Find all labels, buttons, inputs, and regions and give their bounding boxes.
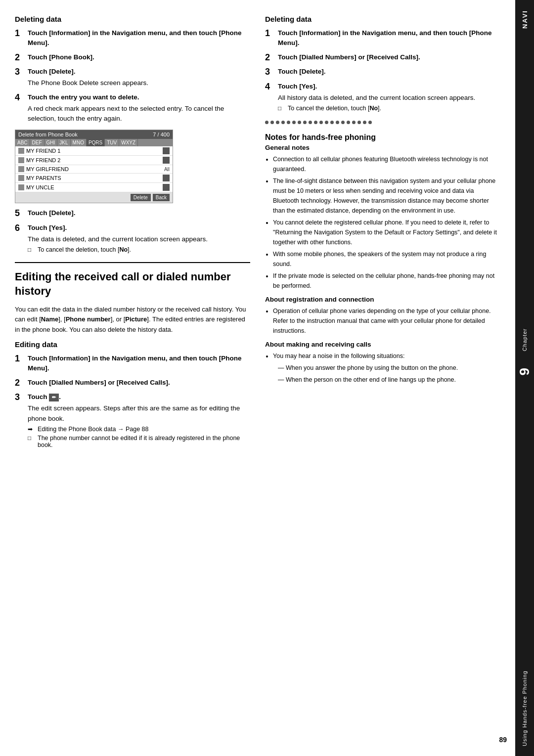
general-note-1: Connection to all cellular phones featur…	[273, 154, 500, 174]
step-number-4: 4	[15, 92, 25, 103]
pb-row-1: MY FRIEND 1	[15, 146, 173, 156]
left-step-list-2: 5 Touch [Delete]. 6 Touch [Yes]. The dat…	[15, 208, 250, 253]
left-deleting-heading: Deleting data	[15, 15, 250, 23]
dot-10	[314, 121, 317, 124]
checkbox-icon-left: □	[28, 246, 35, 253]
right-step-4: 4 Touch [Yes]. All history data is delet…	[265, 82, 500, 112]
step-item-1: 1 Touch [Information] in the Navigation …	[15, 28, 250, 48]
right-arrow-icon: ➡	[28, 426, 35, 433]
right-step-number-3: 3	[265, 67, 275, 78]
edit-step-text-3: Touch ✏.	[28, 392, 250, 402]
calls-note-3: — When the person on the other end of li…	[273, 375, 500, 385]
right-deleting-heading: Deleting data	[265, 15, 500, 23]
pb-tabs: ABC DEF GHI JKL MNO PQRS TUV WXYZ	[15, 139, 173, 146]
editing-section: Editing data 1 Touch [Information] in th…	[15, 340, 250, 448]
pb-row-name-5: MY UNCLE	[26, 184, 163, 190]
step-content-4: Touch the entry you want to delete. A re…	[28, 92, 250, 124]
pb-header: Delete from Phone Book 7 / 400	[15, 130, 173, 139]
cancel-note-left: □ To cancel the deletion, touch [No].	[28, 246, 250, 253]
dot-7	[298, 121, 301, 124]
phonebook-image: Delete from Phone Book 7 / 400 ABC DEF G…	[15, 130, 173, 203]
edit-step-1: 1 Touch [Information] in the Navigation …	[15, 354, 250, 374]
edit-step-content-1: Touch [Information] in the Navigation me…	[28, 354, 250, 374]
pb-row-icon-2	[18, 157, 24, 163]
edit-icon: ✏	[49, 394, 59, 401]
edit-step-2: 2 Touch [Dialled Numbers] or [Received C…	[15, 378, 250, 389]
dot-1	[265, 121, 268, 124]
pb-row-2: MY FRIEND 2	[15, 156, 173, 165]
right-step-content-2: Touch [Dialled Numbers] or [Received Cal…	[278, 52, 500, 62]
editing-heading: Editing data	[15, 340, 250, 349]
right-step-number-2: 2	[265, 52, 275, 63]
step-number-5: 5	[15, 208, 25, 219]
right-deleting-section: Deleting data 1 Touch [Information] in t…	[265, 15, 500, 112]
calls-heading: About making and receiving calls	[265, 341, 500, 348]
edit-step-content-3: Touch ✏. The edit screen appears. Steps …	[28, 392, 250, 448]
left-divider	[15, 262, 250, 263]
edit-step-sub-3: The edit screen appears. Steps after thi…	[28, 403, 250, 424]
dot-12	[325, 121, 328, 124]
step-number-6: 6	[15, 223, 25, 234]
step-content-1: Touch [Information] in the Navigation me…	[28, 28, 250, 48]
step-item-6: 6 Touch [Yes]. The data is deleted, and …	[15, 223, 250, 254]
step-content-6: Touch [Yes]. The data is deleted, and th…	[28, 223, 250, 254]
pb-tab-tuv: TUV	[105, 139, 119, 146]
right-step-text-4: Touch [Yes].	[278, 82, 500, 91]
dot-14	[336, 121, 339, 124]
dot-16	[347, 121, 350, 124]
pb-row-icon-5	[18, 184, 24, 190]
dot-4	[281, 121, 285, 124]
right-step-3: 3 Touch [Delete].	[265, 67, 500, 78]
general-note-3: You cannot delete the registered cellula…	[273, 218, 500, 247]
edit-step-number-2: 2	[15, 378, 25, 389]
dot-19	[363, 121, 366, 124]
pb-bottom: Delete Back	[15, 192, 173, 203]
calls-note-2: — When you answer the phone by using the…	[273, 363, 500, 373]
checkbox-icon-edit: □	[28, 435, 35, 442]
chapter-number: 9	[517, 363, 533, 381]
right-cancel-note-text: To cancel the deletion, touch [No].	[288, 105, 381, 112]
right-step-1: 1 Touch [Information] in the Navigation …	[265, 28, 500, 48]
chapter-label: Chapter	[522, 318, 528, 361]
left-step-list: 1 Touch [Information] in the Navigation …	[15, 28, 250, 124]
pb-row-pic-5	[163, 184, 170, 191]
pb-btn-delete: Delete	[131, 194, 151, 201]
right-step-sub-4: All history data is deleted, and the cur…	[278, 93, 500, 103]
general-notes-list: Connection to all cellular phones featur…	[265, 154, 500, 291]
big-section-title: Editing the received call or dialed numb…	[15, 270, 250, 298]
right-step-text-1: Touch [Information] in the Navigation me…	[278, 28, 500, 48]
dot-5	[287, 121, 290, 124]
pb-row-name-1: MY FRIEND 1	[26, 148, 163, 154]
step-text-6: Touch [Yes].	[28, 223, 250, 233]
right-step-2: 2 Touch [Dialled Numbers] or [Received C…	[265, 52, 500, 63]
pb-row-name-4: MY PARENTS	[26, 175, 163, 181]
step-text-5: Touch [Delete].	[28, 208, 250, 218]
notes-section: Notes for hands-free phoning General not…	[265, 133, 500, 385]
step-sub-4: A red check mark appears next to the sel…	[28, 104, 250, 124]
right-step-list: 1 Touch [Information] in the Navigation …	[265, 28, 500, 112]
dot-15	[341, 121, 345, 124]
edit-sub-text-1: Editing the Phone Book data → Page 88	[38, 426, 148, 433]
step-item-2: 2 Touch [Phone Book].	[15, 52, 250, 63]
left-deleting-section: Deleting data 1 Touch [Information] in t…	[15, 15, 250, 253]
pb-title: Delete from Phone Book	[18, 132, 78, 137]
step-item-5: 5 Touch [Delete].	[15, 208, 250, 219]
edit-step-content-2: Touch [Dialled Numbers] or [Received Cal…	[28, 378, 250, 388]
pb-btn-back: Back	[153, 194, 170, 201]
pb-tab-pqrs: PQRS	[87, 139, 105, 146]
step-number-3: 3	[15, 67, 25, 78]
pb-row-all-label: All	[164, 167, 170, 172]
pb-row-name-3: MY GIRLFRIEND	[26, 166, 162, 172]
big-section-body: You can edit the data in the dialed numb…	[15, 305, 250, 335]
registration-list: Operation of cellular phone varies depen…	[265, 306, 500, 336]
pb-row-pic-2	[163, 157, 170, 164]
main-content: Deleting data 1 Touch [Information] in t…	[0, 0, 515, 756]
edit-sub-bullet-2: □ The phone number cannot be edited if i…	[28, 435, 250, 448]
checkbox-icon-right: □	[278, 105, 285, 112]
general-note-4: With some mobile phones, the speakers of…	[273, 249, 500, 269]
notes-heading: Notes for hands-free phoning	[265, 133, 500, 142]
using-label: Using Hands-free Phoning	[522, 661, 528, 756]
pb-tab-ghi: GHI	[44, 139, 58, 146]
right-step-number-4: 4	[265, 82, 275, 92]
pb-count: 7 / 400	[153, 132, 170, 137]
